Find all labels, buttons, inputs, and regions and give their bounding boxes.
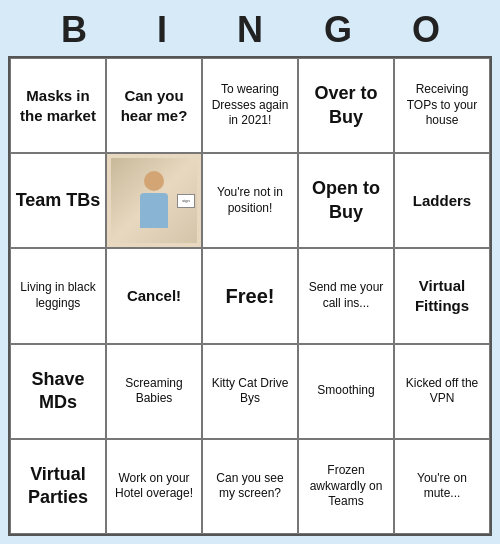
bingo-cell-18: Smoothing [298,344,394,439]
letter-o: O [382,8,470,52]
bingo-cell-22: Can you see my screen? [202,439,298,534]
letter-n: N [206,8,294,52]
bingo-cell-8: Open to Buy [298,153,394,248]
bingo-cell-10: Living in black leggings [10,248,106,343]
bingo-cell-15: Shave MDs [10,344,106,439]
bingo-cell-3: Over to Buy [298,58,394,153]
bingo-cell-19: Kicked off the VPN [394,344,490,439]
bingo-cell-23: Frozen awkwardly on Teams [298,439,394,534]
letter-g: G [294,8,382,52]
bingo-header: B I N G O [8,8,492,52]
bingo-cell-4: Receiving TOPs to your house [394,58,490,153]
bingo-cell-2: To wearing Dresses again in 2021! [202,58,298,153]
bingo-cell-6: sign [106,153,202,248]
bingo-cell-0: Masks in the market [10,58,106,153]
letter-i: I [118,8,206,52]
bingo-cell-5: Team TBs [10,153,106,248]
bingo-cell-13: Send me your call ins... [298,248,394,343]
bingo-cell-9: Ladders [394,153,490,248]
bingo-cell-11: Cancel! [106,248,202,343]
bingo-cell-21: Work on your Hotel overage! [106,439,202,534]
bingo-cell-24: You're on mute... [394,439,490,534]
bingo-grid: Masks in the marketCan you hear me?To we… [8,56,492,536]
bingo-cell-20: Virtual Parties [10,439,106,534]
bingo-cell-12: Free! [202,248,298,343]
bingo-cell-7: You're not in position! [202,153,298,248]
bingo-cell-17: Kitty Cat Drive Bys [202,344,298,439]
bingo-cell-14: Virtual Fittings [394,248,490,343]
letter-b: B [30,8,118,52]
bingo-cell-16: Screaming Babies [106,344,202,439]
bingo-cell-1: Can you hear me? [106,58,202,153]
